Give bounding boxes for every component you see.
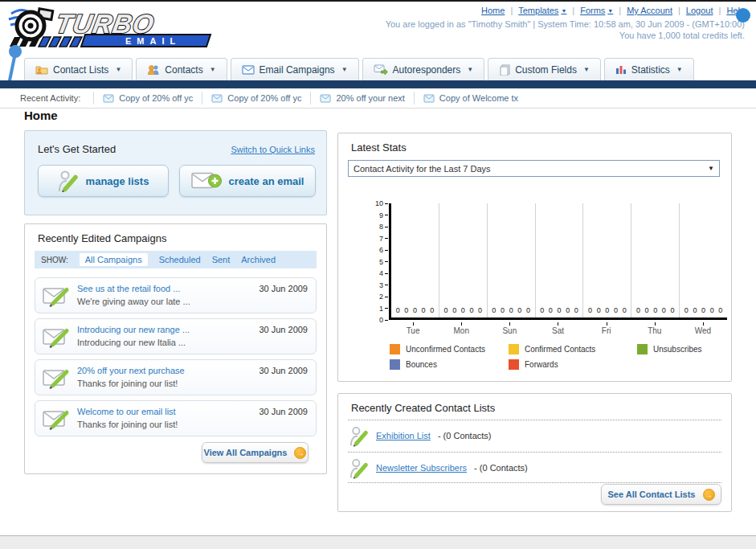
data-value-label: 0: [413, 306, 417, 314]
tab-email-campaigns[interactable]: Email Campaigns▼: [231, 58, 359, 80]
campaign-row[interactable]: See us at the retail food ... We're givi…: [35, 277, 317, 313]
nav-link-forms[interactable]: Forms▼: [580, 6, 613, 15]
envelope-icon: [211, 94, 223, 103]
data-value-label: 0: [701, 306, 705, 314]
recent-activity-item[interactable]: Copy of 20% off yc: [93, 92, 202, 104]
campaign-title-link[interactable]: Introducing our new range ...: [77, 325, 190, 334]
chart-legend: Unconfirmed ContactsConfirmed ContactsUn…: [390, 344, 756, 370]
data-value-label: 0: [653, 306, 657, 314]
legend-swatch-icon: [390, 344, 400, 354]
data-value-label: 0: [566, 306, 570, 314]
nav-link-home[interactable]: Home: [481, 6, 505, 15]
envelope-pencil-icon: [43, 326, 70, 348]
campaign-title-link[interactable]: 20% off your next purchase: [77, 366, 185, 375]
campaign-title-link[interactable]: See us at the retail food ...: [77, 284, 180, 293]
legend-item: Bounces: [390, 359, 509, 370]
data-value-label: 0: [461, 306, 465, 314]
chevron-down-icon: ▼: [561, 8, 566, 14]
contact-list-item: Newsletter Subscribers - (0 Contacts): [349, 455, 721, 481]
chevron-down-icon: ▼: [583, 66, 590, 73]
y-axis-tick: 1: [379, 305, 388, 313]
data-value-label: 0: [693, 306, 697, 314]
data-value-label: 0: [452, 306, 456, 314]
legend-item: Forwards: [509, 359, 637, 370]
campaign-row[interactable]: Welcome to our email list Thanks for joi…: [35, 400, 317, 436]
tab-contact-lists[interactable]: Contact Lists▼: [24, 58, 133, 80]
logo-subtitle: EMAIL: [125, 36, 181, 46]
campaign-row[interactable]: 20% off your next purchase Thanks for jo…: [35, 359, 317, 395]
recent-activity-item[interactable]: Copy of 20% off yc: [202, 92, 310, 104]
view-all-campaigns-button[interactable]: View All Campaigns →: [202, 442, 309, 463]
envelope-arrow-icon: [374, 64, 388, 75]
divider: [348, 420, 721, 420]
recent-activity-item[interactable]: 20% off your next: [310, 92, 413, 104]
chevron-down-icon: ▼: [210, 66, 216, 73]
manage-lists-button[interactable]: manage lists: [38, 165, 169, 197]
data-value-label: 0: [574, 306, 578, 314]
nav-underline-bar: [0, 80, 756, 88]
data-value-label: 0: [614, 306, 618, 314]
chevron-down-icon: ▼: [467, 66, 473, 73]
data-value-label: 0: [430, 306, 434, 314]
y-axis-tick: 5: [379, 258, 388, 266]
person-pencil-icon: [349, 425, 369, 447]
tab-autoresponders[interactable]: Autoresponders▼: [362, 58, 485, 80]
stats-period-select[interactable]: Contact Activity for the Last 7 Days: [348, 160, 720, 177]
contact-lists-panel: Recently Created Contact Lists Exhibitio…: [337, 393, 732, 512]
data-value-label: 0: [422, 306, 426, 314]
envelope-icon: [320, 94, 331, 103]
tab-contacts[interactable]: Contacts▼: [136, 58, 227, 80]
campaign-title-link[interactable]: Welcome to our email list: [77, 407, 176, 416]
campaign-subtitle: We're giving away our late ...: [77, 297, 190, 306]
envelope-plus-icon: [191, 171, 222, 191]
chart-day-group: 00000: [536, 203, 584, 318]
filter-archived[interactable]: Archived: [241, 255, 276, 264]
legend-label: Bounces: [406, 360, 437, 369]
tab-statistics[interactable]: Statistics▼: [604, 58, 694, 80]
legend-swatch-icon: [509, 359, 519, 370]
chart-day-group: 00000: [680, 203, 727, 318]
chevron-down-icon: ▼: [676, 66, 683, 73]
legend-swatch-icon: [390, 359, 400, 370]
chart-x-axis: TueMonSunSatFriThuWed: [389, 322, 727, 335]
divider: [348, 452, 721, 453]
switch-to-quick-links[interactable]: Switch to Quick Links: [231, 145, 315, 154]
campaign-date: 30 Jun 2009: [259, 284, 308, 293]
data-value-label: 0: [404, 306, 408, 314]
contact-list-item: Exhibition List - (0 Contacts): [349, 423, 721, 449]
filter-scheduled[interactable]: Scheduled: [159, 255, 201, 264]
filter-sent[interactable]: Sent: [212, 255, 231, 264]
data-value-label: 0: [478, 306, 482, 314]
x-axis-label: Sat: [533, 322, 582, 335]
person-pencil-icon: [58, 170, 79, 192]
envelope-pencil-icon: [43, 285, 70, 307]
bar-chart-icon: [615, 64, 627, 75]
data-value-label: 0: [710, 306, 714, 314]
recent-activity-bar: Recent Activity: Copy of 20% off yc Copy…: [0, 88, 756, 109]
nav-link-my-account[interactable]: My Account: [627, 6, 672, 15]
create-email-button[interactable]: create an email: [179, 165, 316, 197]
chevron-down-icon: ▼: [341, 66, 348, 73]
x-axis-label: Wed: [679, 322, 727, 335]
chevron-down-icon: ▼: [115, 66, 121, 73]
tab-custom-fields[interactable]: Custom Fields▼: [488, 58, 601, 80]
show-label: SHOW:: [41, 256, 68, 264]
filter-all-campaigns[interactable]: All Campaigns: [80, 253, 148, 266]
data-value-label: 0: [492, 306, 496, 314]
see-all-contact-lists-button[interactable]: See All Contact Lists →: [601, 484, 721, 505]
campaign-date: 30 Jun 2009: [259, 366, 308, 375]
y-axis-tick: 4: [379, 269, 388, 277]
data-value-label: 0: [526, 306, 530, 314]
y-axis-tick: 0: [379, 316, 388, 324]
nav-link-logout[interactable]: Logout: [686, 6, 713, 15]
contact-list-link[interactable]: Exhibition List: [376, 431, 431, 440]
y-axis-tick: 10: [375, 199, 388, 207]
campaign-date: 30 Jun 2009: [259, 407, 308, 416]
recent-activity-item[interactable]: Copy of Welcome tx: [414, 92, 527, 104]
data-value-label: 0: [540, 306, 544, 314]
help-bubble-icon[interactable]: [736, 8, 750, 23]
nav-link-templates[interactable]: Templates▼: [518, 6, 566, 15]
campaign-row[interactable]: Introducing our new range ... Introducin…: [35, 318, 317, 354]
contact-list-link[interactable]: Newsletter Subscribers: [376, 463, 467, 473]
data-value-label: 0: [517, 306, 521, 314]
